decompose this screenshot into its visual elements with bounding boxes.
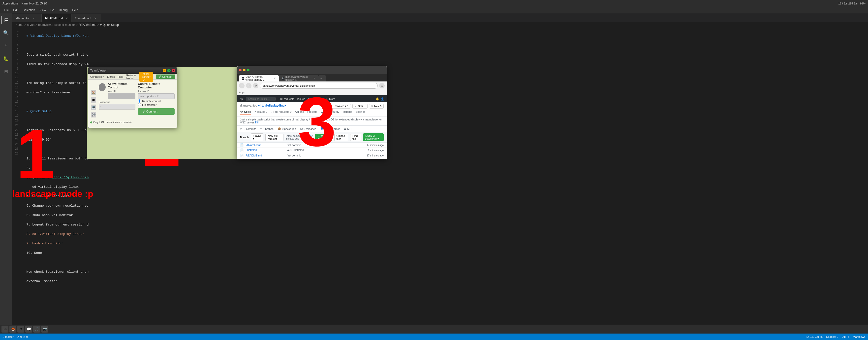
- gh-tab-issues[interactable]: ⚬ Issues 0: [254, 110, 267, 115]
- gh-tab-code[interactable]: <> Code: [240, 110, 251, 115]
- tab-close-icon[interactable]: ✕: [94, 17, 96, 20]
- tv-sidebar-home-icon[interactable]: 🏠: [91, 90, 96, 95]
- taskbar-camera-icon[interactable]: 📷: [41, 325, 48, 333]
- browser-refresh-btn[interactable]: ↻: [253, 83, 258, 88]
- menu-debug[interactable]: Debug: [57, 8, 69, 12]
- bc-repo: teamviewer-second-monitor: [38, 23, 75, 27]
- gh-fork-btn[interactable]: ⑂ Fork 0: [369, 104, 384, 109]
- menu-edit[interactable]: Edit: [11, 8, 20, 12]
- gh-clone-btn[interactable]: Clone or download ▾: [363, 133, 384, 141]
- tv-partner-id-btn[interactable]: Insert partner ID: [140, 72, 153, 82]
- gh-file-icon: 📄: [240, 148, 244, 152]
- gh-file-name[interactable]: LICENSE: [246, 149, 285, 152]
- tv-menu-release-notes[interactable]: Release Notes: [126, 74, 136, 80]
- gh-tab-settings[interactable]: Settings: [355, 110, 366, 115]
- browser-minimize-btn[interactable]: [243, 69, 246, 71]
- gh-tab-prs[interactable]: ⑂ Pull requests 0: [271, 110, 291, 115]
- big-number-1: 1: [16, 119, 55, 189]
- tv-titlebar: TeamViewer ─ □ ✕: [88, 67, 177, 74]
- source-control-icon[interactable]: ⑂: [1, 41, 10, 50]
- browser-tab-2-close[interactable]: ✕: [313, 77, 315, 80]
- gh-tab-insights[interactable]: Insights: [343, 110, 352, 115]
- debug-icon[interactable]: 🐛: [1, 54, 10, 63]
- tv-status-dot: [90, 121, 92, 123]
- language-status: Markdown: [853, 335, 866, 338]
- tv-menubar: Connection Extras Help Release Notes Ins…: [88, 74, 177, 80]
- tab-readme[interactable]: README.md ✕: [42, 14, 71, 22]
- browser-bookmark-btn[interactable]: ☆: [379, 83, 385, 88]
- tab-close-icon[interactable]: ✕: [66, 17, 68, 20]
- tab-a8-monitor[interactable]: a8-monitor ✕: [12, 14, 42, 22]
- browser-back-btn[interactable]: ←: [239, 83, 245, 88]
- gh-commits-stat[interactable]: ⏱ 2 commits: [240, 127, 256, 131]
- tv-menu-extras[interactable]: Extras: [107, 75, 115, 78]
- tv-connect-header-btn[interactable]: ⇄Connect: [156, 75, 175, 79]
- error-status[interactable]: ✕ 0 ⚠ 0: [17, 335, 28, 339]
- app-menu[interactable]: Applications: [2, 2, 19, 5]
- gh-avatar[interactable]: 👤: [381, 97, 384, 101]
- browser-tab-add[interactable]: +: [318, 75, 326, 82]
- big-number-3: 3: [298, 87, 336, 157]
- gh-upload-btn[interactable]: Upload files: [334, 134, 348, 141]
- tv-partner-id-input[interactable]: [138, 93, 175, 99]
- tv-connect-big-btn[interactable]: ⇄Connect: [138, 108, 175, 115]
- taskbar-chat-icon[interactable]: 💬: [25, 325, 32, 333]
- tab-close-icon[interactable]: ✕: [32, 17, 34, 20]
- gh-notifications-icon[interactable]: 🔔: [376, 97, 379, 101]
- tv-sidebar-connect-icon[interactable]: ⇄: [91, 97, 96, 103]
- tv-minimize-btn[interactable]: ─: [163, 69, 166, 72]
- taskbar: 🗂 🦊 ⚙ 💬 🎵 📷: [0, 324, 868, 334]
- encoding-status: UTF-8: [842, 335, 849, 338]
- extensions-icon[interactable]: ⊞: [1, 67, 10, 76]
- bc-home: home: [16, 23, 23, 27]
- explorer-icon[interactable]: ▤: [1, 16, 10, 24]
- gh-owner-link[interactable]: dianaryanto: [240, 104, 256, 107]
- gh-repo-name-link[interactable]: virtual-display-linux: [258, 104, 286, 107]
- browser-close-btn[interactable]: [239, 69, 242, 71]
- taskbar-music-icon[interactable]: 🎵: [33, 325, 40, 333]
- gh-file-name[interactable]: README.md: [246, 154, 285, 157]
- browser-tab-2[interactable]: ⊕ dianaryanto/virtual-display-li... ✕: [279, 75, 318, 82]
- browser-tab-1-close[interactable]: ✕: [274, 77, 276, 80]
- gh-license-stat[interactable]: ⚖ MIT: [344, 127, 352, 131]
- menu-help[interactable]: Help: [70, 8, 80, 12]
- status-bar: ⑂ master ✕ 0 ⚠ 0 Ln 16, Col 46 Spaces: 2…: [0, 334, 868, 340]
- gh-search-input[interactable]: [246, 97, 276, 101]
- gh-branch-selector[interactable]: master ▾: [251, 133, 264, 141]
- gh-file-time: 17 minutes ago: [367, 144, 384, 146]
- search-icon[interactable]: 🔍: [1, 28, 10, 37]
- menu-file[interactable]: File: [2, 8, 11, 12]
- tv-password-value: -: [99, 104, 135, 110]
- gh-pullrequests-link[interactable]: Pull requests: [279, 97, 294, 100]
- browser-tab-1[interactable]: ⊕ Dian Ariyanto / virtual-display-... ✕: [239, 75, 279, 82]
- tab-20-intel[interactable]: 20-intel.conf ✕: [71, 14, 101, 22]
- taskbar-files-icon[interactable]: 🗂: [1, 325, 8, 333]
- tv-close-btn[interactable]: ✕: [172, 69, 175, 72]
- bc-aryan: aryan: [27, 23, 34, 27]
- gh-branches-stat[interactable]: ⑂ 1 branch: [260, 127, 274, 131]
- tv-menu-connection[interactable]: Connection: [90, 75, 104, 78]
- menu-go[interactable]: Go: [49, 8, 56, 12]
- tv-sidebar-chat-icon[interactable]: 💬: [91, 112, 96, 117]
- gh-file-name[interactable]: 20-intel.conf: [246, 144, 285, 146]
- tab-label: a8-monitor: [16, 17, 30, 20]
- git-branch-status[interactable]: ⑂ master: [2, 335, 13, 338]
- browser-maximize-btn[interactable]: [247, 69, 249, 71]
- browser-forward-btn[interactable]: →: [246, 83, 251, 88]
- menu-selection[interactable]: Selection: [21, 8, 37, 12]
- tv-sidebar-computer-icon[interactable]: 💻: [91, 105, 96, 110]
- taskbar-firefox-icon[interactable]: 🦊: [9, 325, 17, 333]
- taskbar-settings-icon[interactable]: ⚙: [18, 325, 24, 333]
- tv-maximize-btn[interactable]: □: [167, 69, 170, 72]
- tv-footer: Only LAN connections are possible: [88, 120, 177, 125]
- gh-star-btn[interactable]: ☆ Star 0: [352, 104, 367, 109]
- gh-manage-topics-link[interactable]: Edit: [255, 121, 259, 124]
- gh-packages-stat[interactable]: 📦 0 packages: [278, 127, 296, 131]
- tv-remote-control-radio[interactable]: Remote control: [138, 100, 175, 103]
- gh-new-pr-btn[interactable]: New pull request: [266, 134, 283, 141]
- tv-menu-help[interactable]: Help: [118, 75, 124, 78]
- landscape-text: landscape mode :p: [12, 189, 93, 199]
- tv-file-transfer-radio[interactable]: File transfer: [138, 103, 175, 106]
- menu-view[interactable]: View: [37, 8, 48, 12]
- gh-find-file-btn[interactable]: Find file: [350, 134, 361, 141]
